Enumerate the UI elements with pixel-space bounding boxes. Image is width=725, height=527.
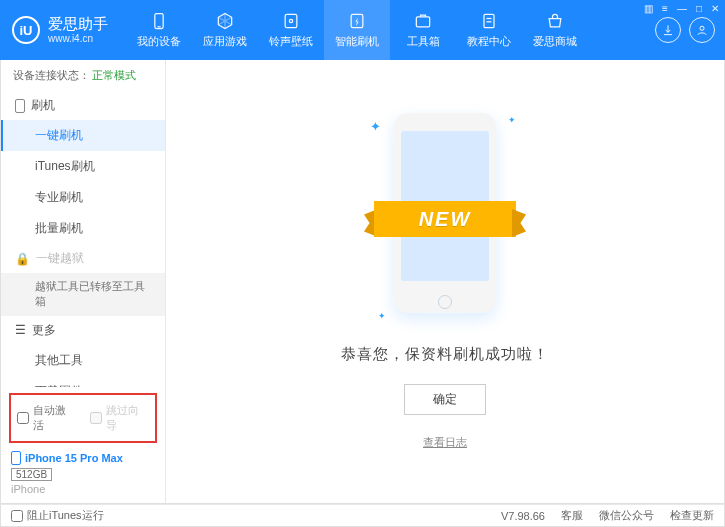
sparkle-icon: ✦ [508,115,516,125]
svg-rect-2 [285,14,297,27]
apps-icon [215,11,235,31]
nav-label: 爱思商城 [533,34,577,49]
app-logo: iU 爱思助手 www.i4.cn [12,16,108,44]
nav-label: 铃声壁纸 [269,34,313,49]
nav-label: 我的设备 [137,34,181,49]
status-label: 设备连接状态： [13,68,90,83]
nav-label: 工具箱 [407,34,440,49]
tree-item[interactable]: 一键刷机 [1,120,165,151]
tree-header-jailbreak: 🔒 一键越狱 [1,244,165,273]
logo-badge-icon: iU [12,16,40,44]
tree-header-more[interactable]: ☰ 更多 [1,316,165,345]
auto-activate-checkbox[interactable]: 自动激活 [17,403,76,433]
sparkle-icon: ✦ [370,119,381,134]
menu-icon: ☰ [15,323,26,337]
close-button[interactable]: ✕ [711,3,719,14]
support-link[interactable]: 客服 [561,508,583,523]
status-bar: 阻止iTunes运行 V7.98.66 客服 微信公众号 检查更新 [0,504,725,527]
tree-header-flash[interactable]: 刷机 [1,91,165,120]
app-name: 爱思助手 [48,16,108,33]
top-nav: 我的设备应用游戏铃声壁纸智能刷机工具箱教程中心爱思商城 [126,0,649,60]
window-controls: ▥≡—□✕ [644,3,719,14]
menu-button[interactable]: ≡ [662,3,668,14]
nav-apps[interactable]: 应用游戏 [192,0,258,60]
lock-icon: 🔒 [15,252,30,266]
phone-icon [11,451,21,465]
nav-flash[interactable]: 智能刷机 [324,0,390,60]
main-content: ✦ ✦ ✦ NEW 恭喜您，保资料刷机成功啦！ 确定 查看日志 [166,60,724,503]
ring-icon [281,11,301,31]
sidebar-tree: 刷机 一键刷机iTunes刷机专业刷机批量刷机 🔒 一键越狱 越狱工具已转移至工… [1,91,165,387]
success-illustration: ✦ ✦ ✦ NEW [370,113,520,323]
flash-icon [347,11,367,31]
shop-icon [545,11,565,31]
status-value: 正常模式 [92,68,136,83]
sidebar: 设备连接状态： 正常模式 刷机 一键刷机iTunes刷机专业刷机批量刷机 🔒 一… [1,60,166,503]
auto-activate-label: 自动激活 [33,403,76,433]
phone-home-icon [438,295,452,309]
nav-device[interactable]: 我的设备 [126,0,192,60]
ribbon-end-icon [512,209,526,237]
skip-guide-label: 跳过向导 [106,403,149,433]
download-button[interactable] [655,17,681,43]
tree-item[interactable]: 其他工具 [1,345,165,376]
title-bar: iU 爱思助手 www.i4.cn 我的设备应用游戏铃声壁纸智能刷机工具箱教程中… [0,0,725,60]
ok-button[interactable]: 确定 [404,384,486,415]
block-itunes-checkbox[interactable]: 阻止iTunes运行 [11,508,104,523]
minimize-button[interactable]: — [677,3,687,14]
options-highlight-box: 自动激活 跳过向导 [9,393,157,443]
doc-icon [479,11,499,31]
tree-header-label: 刷机 [31,97,55,114]
device-info: iPhone 15 Pro Max 512GB iPhone [1,447,165,503]
svg-point-3 [289,19,292,22]
device-small-icon [15,99,25,113]
ribbon-label: NEW [374,201,516,237]
user-button[interactable] [689,17,715,43]
svg-point-9 [700,26,704,30]
tree-item[interactable]: iTunes刷机 [1,151,165,182]
version-label: V7.98.66 [501,510,545,522]
nav-label: 应用游戏 [203,34,247,49]
sparkle-icon: ✦ [378,311,386,321]
nav-doc[interactable]: 教程中心 [456,0,522,60]
wechat-link[interactable]: 微信公众号 [599,508,654,523]
tree-more-label: 更多 [32,322,56,339]
svg-rect-5 [416,17,429,27]
success-message: 恭喜您，保资料刷机成功啦！ [341,345,549,364]
maximize-button[interactable]: □ [696,3,702,14]
skip-guide-checkbox[interactable]: 跳过向导 [90,403,149,433]
tree-item[interactable]: 专业刷机 [1,182,165,213]
check-update-link[interactable]: 检查更新 [670,508,714,523]
nav-tools[interactable]: 工具箱 [390,0,456,60]
nav-ring[interactable]: 铃声壁纸 [258,0,324,60]
tree-locked-label: 一键越狱 [36,250,84,267]
tree-item[interactable]: 批量刷机 [1,213,165,244]
device-type: iPhone [11,483,155,495]
device-capacity: 512GB [11,468,52,481]
skin-button[interactable]: ▥ [644,3,653,14]
device-status: 设备连接状态： 正常模式 [1,60,165,91]
jailbreak-moved-notice: 越狱工具已转移至工具箱 [1,273,165,316]
nav-label: 教程中心 [467,34,511,49]
svg-rect-6 [484,14,494,27]
app-url: www.i4.cn [48,33,108,44]
view-log-link[interactable]: 查看日志 [423,435,467,450]
tools-icon [413,11,433,31]
nav-label: 智能刷机 [335,34,379,49]
block-itunes-label: 阻止iTunes运行 [27,508,104,523]
device-icon [149,11,169,31]
tree-item[interactable]: 下载固件 [1,376,165,387]
device-name[interactable]: iPhone 15 Pro Max [11,451,155,465]
nav-shop[interactable]: 爱思商城 [522,0,588,60]
